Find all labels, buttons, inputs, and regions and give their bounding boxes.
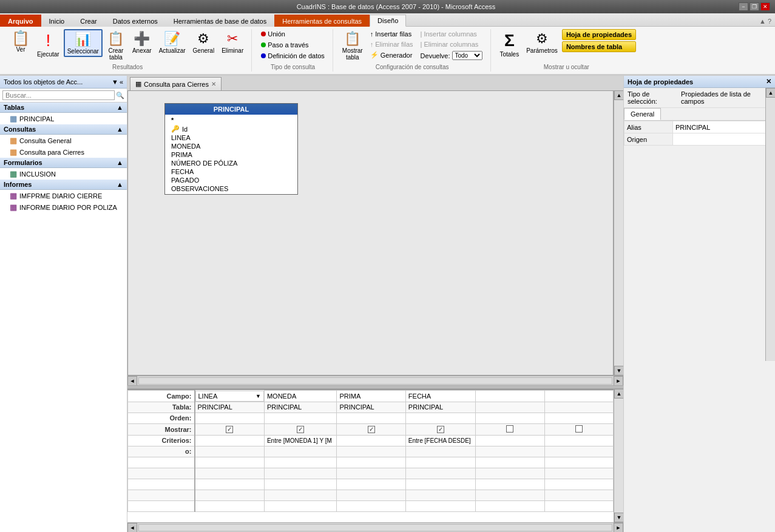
totales-button[interactable]: Σ Totales [497,29,523,59]
sidebar-item-consulta-cierres[interactable]: ▦ Consulta para Cierres [0,146,127,158]
eliminar-columnas-button[interactable]: | Eliminar columnas [418,39,486,49]
criterios-linea[interactable] [195,435,265,446]
paso-traves-button[interactable]: Paso a través [258,40,311,50]
mostrar-prima[interactable] [337,423,405,435]
sidebar-expand-icon[interactable]: ▼ [112,78,118,86]
o-linea[interactable] [195,446,265,457]
o-prima[interactable] [337,446,405,457]
query-diagram-area[interactable]: PRINCIPAL * 🔑 Id LINEA MONEDA [127,90,614,375]
orden-5[interactable] [476,412,544,423]
query-field-moneda[interactable]: MONEDA [165,142,297,150]
restore-button[interactable]: ❐ [750,2,759,11]
union-button[interactable]: Unión [258,29,288,39]
mostrar-5[interactable] [476,423,544,435]
scroll-right-btn[interactable]: ► [614,376,623,386]
query-field-prima[interactable]: PRIMA [165,150,297,159]
ejecutar-button[interactable]: ! Ejecutar [34,29,63,59]
query-field-numero-poliza[interactable]: NÚMERO DE PÓLIZA [165,159,297,167]
devuelve-control[interactable]: Devuelve: Todo [418,50,486,61]
criterios-fecha[interactable]: Entre [FECHA DESDE] [405,435,475,446]
consultas-toggle[interactable]: ▲ [117,126,123,133]
tabla-linea[interactable]: PRINCIPAL [195,402,265,412]
query-field-pagado[interactable]: PAGADO [165,176,297,184]
props-origen-value[interactable] [673,133,775,146]
o-moneda[interactable] [264,446,336,457]
tab-datos-externos[interactable]: Datos externos [105,15,166,27]
cb-6[interactable] [575,425,583,433]
mostrar-tabla-button[interactable]: 📋 Mostrartabla [339,29,366,62]
search-input[interactable] [2,90,115,100]
criterios-6[interactable] [544,435,613,446]
parametros-button[interactable]: ⚙ Parámetros [523,29,561,56]
query-field-fecha[interactable]: FECHA [165,167,297,176]
tabla-fecha[interactable]: PRINCIPAL [405,402,475,412]
sidebar-item-informe-poliza[interactable]: ▦ INFORME DIARIO POR POLIZA [0,201,127,213]
sidebar-collapse-icon[interactable]: « [120,78,123,86]
h-scroll-track[interactable] [138,377,612,385]
props-tab-general[interactable]: General [624,108,661,120]
mostrar-moneda[interactable] [264,423,336,435]
cb-5[interactable] [506,425,513,433]
o-fecha[interactable] [405,446,475,457]
o-5[interactable] [476,446,544,457]
grid-scroll-down[interactable]: ▼ [614,513,623,522]
mostrar-linea[interactable] [195,423,265,435]
scroll-down-btn[interactable]: ▼ [614,366,623,375]
insertar-filas-button[interactable]: ↑ Insertar filas [367,29,416,39]
campo-linea[interactable]: LINEA▼ [195,391,264,402]
criterios-moneda[interactable]: Entre [MONEDA 1] Y [M [264,435,336,446]
scroll-left-btn[interactable]: ◄ [127,376,137,386]
tabla-5[interactable] [476,402,544,412]
nombres-tabla-button[interactable]: Nombres de tabla [562,41,636,52]
tab-archivo[interactable]: Arquivo [0,15,41,27]
query-field-observaciones[interactable]: OBSERVACIONES [165,184,297,193]
campo-fecha[interactable]: FECHA [405,391,475,402]
seleccionar-button[interactable]: 📊 Seleccionar [64,29,103,57]
formularios-toggle[interactable]: ▲ [117,159,123,166]
campo-prima[interactable]: PRIMA [337,391,405,402]
grid-scroll-up[interactable]: ▲ [614,389,623,399]
doc-tab-consulta-cierres[interactable]: ▦ Consulta para Cierres ✕ [130,77,222,90]
props-scroll-up[interactable]: ▲ [766,88,775,98]
hoja-propiedades-button[interactable]: Hoja de propiedades [562,29,636,40]
criterios-5[interactable] [476,435,544,446]
cb-linea[interactable] [226,426,233,433]
crear-tabla-button[interactable]: 📋 Creartabla [104,29,128,62]
query-field-linea[interactable]: LINEA [165,133,297,142]
orden-moneda[interactable] [264,412,336,423]
sidebar-item-imfprme[interactable]: ▦ IMFPRME DIARIO CIERRE [0,190,127,201]
scroll-up-btn[interactable]: ▲ [614,90,623,100]
sidebar-item-inclusion[interactable]: ▦ INCLUSION [0,168,127,180]
tab-inicio[interactable]: Inicio [41,15,73,27]
tabla-moneda[interactable]: PRINCIPAL [264,402,336,412]
mostrar-6[interactable] [544,423,613,435]
anexar-button[interactable]: ➕ Anexar [129,29,155,56]
doc-tab-close[interactable]: ✕ [211,81,216,87]
scroll-track[interactable] [614,100,623,366]
grid-scroll-left[interactable]: ◄ [127,523,137,533]
campo-6[interactable] [544,391,613,402]
tabla-6[interactable] [544,402,613,412]
props-close-button[interactable]: ✕ [766,78,771,86]
insertar-columnas-button[interactable]: | Insertar columnas [418,29,486,39]
informes-toggle[interactable]: ▲ [117,181,123,188]
tab-herramientas-bd[interactable]: Herramientas de base de datos [166,15,274,27]
cb-prima[interactable] [368,426,375,433]
criterios-prima[interactable] [337,435,405,446]
tab-herramientas-consultas[interactable]: Herramientas de consultas [274,15,370,27]
devuelve-select[interactable]: Todo [452,51,482,60]
orden-fecha[interactable] [405,412,475,423]
definicion-datos-button[interactable]: Definición de datos [258,51,328,61]
close-button[interactable]: ✕ [760,2,770,11]
query-field-id[interactable]: 🔑 Id [165,124,297,133]
cb-moneda[interactable] [297,426,304,433]
actualizar-button[interactable]: 📝 Actualizar [156,29,189,56]
tab-crear[interactable]: Crear [72,15,105,27]
orden-prima[interactable] [337,412,405,423]
search-icon[interactable]: 🔍 [116,92,124,99]
o-6[interactable] [544,446,613,457]
orden-linea[interactable] [195,412,265,423]
tablas-toggle[interactable]: ▲ [117,104,123,111]
grid-scroll-right[interactable]: ► [614,523,623,533]
mostrar-fecha[interactable] [405,423,475,435]
